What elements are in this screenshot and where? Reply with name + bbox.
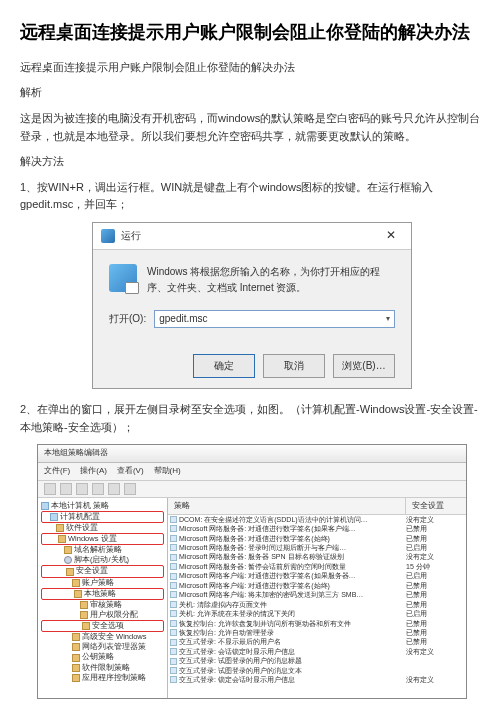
analysis-text: 这是因为被连接的电脑没有开机密码，而windows的默认策略是空白密码的账号只允… bbox=[20, 110, 484, 145]
policy-name: Microsoft 网络服务器: 暂停会话前所需的空闲时间数量 bbox=[179, 562, 346, 571]
folder-icon bbox=[72, 579, 80, 587]
run-dialog-message: Windows 将根据您所输入的名称，为你打开相应的程序、文件夹、文档或 Int… bbox=[147, 264, 395, 296]
gpedit-titlebar: 本地组策略编辑器 bbox=[38, 445, 466, 463]
policy-row[interactable]: Microsoft 网络客户端: 对通信进行数字签名(如果服务器…已启用 bbox=[168, 571, 466, 580]
menu-action[interactable]: 操作(A) bbox=[80, 465, 107, 478]
policy-name: Microsoft 网络服务器: 服务器 SPN 目标名称验证级别 bbox=[179, 552, 344, 561]
tree-item[interactable]: 脚本(启动/关机) bbox=[40, 555, 165, 565]
tree-item[interactable]: 高级安全 Windows bbox=[40, 632, 165, 642]
open-input[interactable]: gpedit.msc ▾ bbox=[154, 310, 395, 328]
folder-icon bbox=[58, 535, 66, 543]
folder-icon bbox=[66, 568, 74, 576]
policy-row[interactable]: Microsoft 网络客户端: 对通信进行数字签名(始终)已禁用 bbox=[168, 581, 466, 590]
toolbar-icon[interactable] bbox=[60, 483, 72, 495]
policy-icon bbox=[170, 639, 177, 646]
tree-local-policies[interactable]: 本地策略 bbox=[42, 589, 163, 599]
policy-setting: 已禁用 bbox=[406, 524, 464, 533]
policy-name: Microsoft 网络服务器: 对通信进行数字签名(始终) bbox=[179, 534, 330, 543]
tree-item[interactable]: 公钥策略 bbox=[40, 652, 165, 662]
policy-row[interactable]: 交互式登录: 锁定会话时显示用户信息没有定义 bbox=[168, 675, 466, 684]
run-icon bbox=[101, 229, 115, 243]
policy-name: 恢复控制台: 允许软盘复制并访问所有驱动器和所有文件 bbox=[179, 619, 351, 628]
folder-icon bbox=[72, 664, 80, 672]
policy-icon bbox=[170, 601, 177, 608]
policy-name: 交互式登录: 试图登录的用户的消息标题 bbox=[179, 656, 302, 665]
policy-row[interactable]: 恢复控制台: 允许软盘复制并访问所有驱动器和所有文件已禁用 bbox=[168, 619, 466, 628]
tree-item[interactable]: 账户策略 bbox=[40, 578, 165, 588]
policy-name: Microsoft 网络客户端: 对通信进行数字签名(始终) bbox=[179, 581, 330, 590]
policy-setting: 已禁用 bbox=[406, 619, 464, 628]
policy-icon bbox=[170, 554, 177, 561]
policy-name: 关机: 允许系统在未登录的情况下关闭 bbox=[179, 609, 295, 618]
policy-name: Microsoft 网络客户端: 对通信进行数字签名(如果服务器… bbox=[179, 571, 356, 580]
folder-icon bbox=[80, 601, 88, 609]
menu-view[interactable]: 查看(V) bbox=[117, 465, 144, 478]
analysis-label: 解析 bbox=[20, 84, 484, 102]
cancel-button[interactable]: 取消 bbox=[263, 354, 325, 378]
policy-row[interactable]: 交互式登录: 试图登录的用户的消息标题 bbox=[168, 656, 466, 665]
col-setting[interactable]: 安全设置 bbox=[406, 498, 466, 514]
toolbar-icon[interactable] bbox=[108, 483, 120, 495]
tree-item[interactable]: 应用程序控制策略 bbox=[40, 673, 165, 683]
toolbar-icon[interactable] bbox=[92, 483, 104, 495]
policy-row[interactable]: Microsoft 网络服务器: 服务器 SPN 目标名称验证级别没有定义 bbox=[168, 552, 466, 561]
browse-button[interactable]: 浏览(B)… bbox=[333, 354, 395, 378]
policy-row[interactable]: Microsoft 网络服务器: 暂停会话前所需的空闲时间数量15 分钟 bbox=[168, 562, 466, 571]
gpedit-title-text: 本地组策略编辑器 bbox=[44, 447, 108, 460]
close-button[interactable]: ✕ bbox=[379, 227, 403, 245]
ok-button[interactable]: 确定 bbox=[193, 354, 255, 378]
policy-icon bbox=[170, 525, 177, 532]
step-1: 1、按WIN+R，调出运行框。WIN就是键盘上有个windows图标的按键。在运… bbox=[20, 179, 484, 214]
policy-name: Microsoft 网络服务器: 对通信进行数字签名(如果客户端… bbox=[179, 524, 356, 533]
tree-item[interactable]: 用户权限分配 bbox=[40, 610, 165, 620]
folder-icon bbox=[72, 643, 80, 651]
policy-row[interactable]: DCOM: 在安全描述符定义语言(SDDL)语法中的计算机访问…没有定义 bbox=[168, 515, 466, 524]
tree-item[interactable]: 软件设置 bbox=[40, 523, 165, 533]
run-dialog-icon bbox=[109, 264, 137, 292]
policy-setting: 已启用 bbox=[406, 543, 464, 552]
page-title: 远程桌面连接提示用户账户限制会阻止你登陆的解决办法 bbox=[20, 18, 484, 47]
tree-item[interactable]: 域名解析策略 bbox=[40, 545, 165, 555]
tree-item[interactable]: 软件限制策略 bbox=[40, 663, 165, 673]
policy-row[interactable]: 关机: 允许系统在未登录的情况下关闭已启用 bbox=[168, 609, 466, 618]
policy-setting: 已启用 bbox=[406, 609, 464, 618]
policy-name: Microsoft 网络客户端: 将未加密的密码发送到第三方 SMB… bbox=[179, 590, 363, 599]
policy-setting: 没有定义 bbox=[406, 647, 464, 656]
policy-icon bbox=[170, 667, 177, 674]
policy-row[interactable]: 关机: 清除虚拟内存页面文件已禁用 bbox=[168, 600, 466, 609]
tree-security-options[interactable]: 安全选项 bbox=[42, 621, 163, 631]
tree-windows-settings[interactable]: Windows 设置 bbox=[42, 534, 163, 544]
policy-row[interactable]: Microsoft 网络服务器: 对通信进行数字签名(始终)已禁用 bbox=[168, 534, 466, 543]
policy-row[interactable]: 交互式登录: 不显示最后的用户名已禁用 bbox=[168, 637, 466, 646]
menu-file[interactable]: 文件(F) bbox=[44, 465, 70, 478]
policy-setting: 没有定义 bbox=[406, 552, 464, 561]
folder-icon bbox=[74, 590, 82, 598]
policy-name: 交互式登录: 不显示最后的用户名 bbox=[179, 637, 281, 646]
tree-computer-config[interactable]: 计算机配置 bbox=[42, 512, 163, 522]
policy-row[interactable]: Microsoft 网络服务器: 登录时间过期后断开与客户端…已启用 bbox=[168, 543, 466, 552]
tree-root[interactable]: 本地计算机 策略 bbox=[40, 501, 165, 511]
policy-row[interactable]: 交互式登录: 会话锁定时显示用户信息没有定义 bbox=[168, 647, 466, 656]
toolbar-icon[interactable] bbox=[76, 483, 88, 495]
folder-icon bbox=[72, 633, 80, 641]
tree-item[interactable]: 审核策略 bbox=[40, 600, 165, 610]
policy-icon bbox=[170, 648, 177, 655]
policy-row[interactable]: 恢复控制台: 允许自动管理登录已禁用 bbox=[168, 628, 466, 637]
chevron-down-icon[interactable]: ▾ bbox=[386, 313, 390, 326]
tree-item[interactable]: 网络列表管理器策 bbox=[40, 642, 165, 652]
policy-name: 交互式登录: 锁定会话时显示用户信息 bbox=[179, 675, 295, 684]
tree-security-settings[interactable]: 安全设置 bbox=[42, 566, 163, 576]
col-policy[interactable]: 策略 bbox=[168, 498, 406, 514]
policy-row[interactable]: Microsoft 网络服务器: 对通信进行数字签名(如果客户端…已禁用 bbox=[168, 524, 466, 533]
policy-name: 关机: 清除虚拟内存页面文件 bbox=[179, 600, 267, 609]
policy-setting: 已禁用 bbox=[406, 600, 464, 609]
policy-row[interactable]: Microsoft 网络客户端: 将未加密的密码发送到第三方 SMB…已禁用 bbox=[168, 590, 466, 599]
policy-icon bbox=[170, 676, 177, 683]
policy-row[interactable]: 交互式登录: 试图登录的用户的消息文本 bbox=[168, 666, 466, 675]
folder-icon bbox=[72, 654, 80, 662]
menu-help[interactable]: 帮助(H) bbox=[154, 465, 181, 478]
policy-setting: 没有定义 bbox=[406, 515, 464, 524]
toolbar-icon[interactable] bbox=[44, 483, 56, 495]
toolbar-icon[interactable] bbox=[124, 483, 136, 495]
folder-icon bbox=[80, 611, 88, 619]
